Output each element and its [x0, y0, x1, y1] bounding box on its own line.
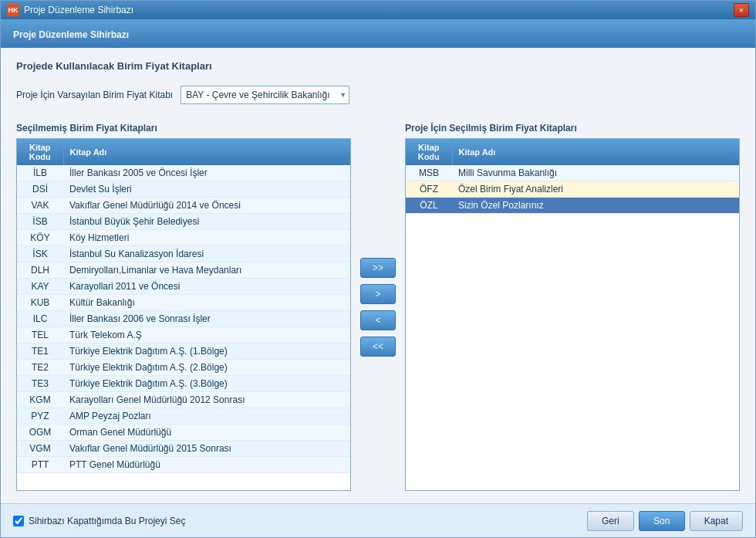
row-code: VGM — [17, 441, 63, 457]
table-row[interactable]: MSBMilli Savunma Bakanlığı — [406, 165, 739, 181]
row-name: Türk Telekom A.Ş — [63, 327, 350, 343]
row-name: Kültür Bakanlığı — [63, 295, 350, 311]
default-book-select[interactable]: BAY - Çevre ve Şehircilik Bakanlığı MSB … — [181, 86, 349, 104]
section-title: Projede Kullanılacak Birim Fiyat Kitapla… — [16, 60, 740, 72]
default-book-select-wrapper[interactable]: BAY - Çevre ve Şehircilik Bakanlığı MSB … — [181, 86, 349, 104]
transfer-buttons: >> > < << — [351, 123, 405, 491]
table-row[interactable]: TELTürk Telekom A.Ş — [17, 327, 350, 343]
row-code: İLB — [17, 165, 63, 181]
row-code: OGM — [17, 425, 63, 441]
close-button[interactable]: × — [734, 3, 749, 17]
row-name: İstanbul Su Kanalizasyon İdaresi — [63, 246, 350, 262]
left-col-name-header: Kitap Adı — [63, 139, 350, 165]
remove-one-button[interactable]: < — [360, 310, 396, 330]
table-row[interactable]: İSKİstanbul Su Kanalizasyon İdaresi — [17, 246, 350, 262]
window-header: Proje Düzenleme Sihirbazı — [1, 19, 755, 48]
add-one-button[interactable]: > — [360, 284, 396, 304]
lists-row: Seçilmemiş Birim Fiyat Kitapları Kitap K… — [16, 123, 740, 491]
footer-checkbox[interactable] — [13, 516, 24, 526]
content-area: Projede Kullanılacak Birim Fiyat Kitapla… — [1, 48, 755, 503]
table-row[interactable]: İSBİstanbul Büyük Şehir Belediyesi — [17, 214, 350, 230]
default-book-label: Proje İçin Varsayılan Birim Fiyat Kitabı — [16, 90, 173, 100]
table-row[interactable]: KÖYKöy Hizmetleri — [17, 230, 350, 246]
table-row[interactable]: KUBKültür Bakanlığı — [17, 295, 350, 311]
add-all-button[interactable]: >> — [360, 258, 396, 278]
row-code: PYZ — [17, 408, 63, 425]
table-row[interactable]: OGMOrman Genel Müdürlüğü — [17, 425, 350, 441]
main-window: HK Proje Düzenleme Sihirbazı × Proje Düz… — [0, 0, 756, 538]
row-name: İller Bankası 2006 ve Sonrası İşler — [63, 311, 350, 327]
left-table-container[interactable]: Kitap Kodu Kitap Adı İLBİller Bankası 20… — [16, 138, 351, 491]
title-bar: HK Proje Düzenleme Sihirbazı × — [1, 1, 755, 19]
row-code: KÖY — [17, 230, 63, 246]
footer-left: Sihirbazı Kapattığımda Bu Projeyi Seç — [13, 516, 185, 526]
table-row[interactable]: TE1Türkiye Elektrik Dağıtım A.Ş. (1.Bölg… — [17, 343, 350, 360]
table-row[interactable]: KAYKarayollari 2011 ve Öncesi — [17, 279, 350, 295]
table-row[interactable]: ÖZLSizin Özel Pozlarınız — [406, 198, 739, 214]
table-row[interactable]: TE3Türkiye Elektrik Dağıtım A.Ş. (3.Bölg… — [17, 376, 350, 392]
row-code: TE1 — [17, 343, 63, 360]
title-bar-left: HK Proje Düzenleme Sihirbazı — [7, 4, 133, 16]
table-row[interactable]: VGMVakıflar Genel Müdürlüğü 2015 Sonrası — [17, 441, 350, 457]
table-row[interactable]: PTTPTT Genel Müdürlüğü — [17, 457, 350, 473]
row-name: PTT Genel Müdürlüğü — [63, 457, 350, 473]
row-name: İller Bankası 2005 ve Öncesi İşler — [63, 165, 350, 181]
right-table-container[interactable]: Kitap Kodu Kitap Adı MSBMilli Savunma Ba… — [405, 138, 740, 491]
close-dialog-button[interactable]: Kapat — [690, 511, 743, 531]
row-name: Orman Genel Müdürlüğü — [63, 425, 350, 441]
row-name: Köy Hizmetleri — [63, 230, 350, 246]
table-row[interactable]: KGMKarayolları Genel Müdürlüğü 2012 Sonr… — [17, 392, 350, 408]
row-name: Sizin Özel Pozlarınız — [452, 198, 739, 214]
table-row[interactable]: DSİDevlet Su İşleri — [17, 181, 350, 198]
back-button[interactable]: Geri — [587, 511, 634, 531]
right-table: Kitap Kodu Kitap Adı MSBMilli Savunma Ba… — [406, 139, 739, 214]
row-code: KUB — [17, 295, 63, 311]
row-name: Devlet Su İşleri — [63, 181, 350, 198]
table-row[interactable]: ÖFZÖzel Birim Fiyat Analizleri — [406, 181, 739, 198]
table-row[interactable]: DLHDemiryolları,Limanlar ve Hava Meydanl… — [17, 262, 350, 279]
row-name: Milli Savunma Bakanlığı — [452, 165, 739, 181]
left-table: Kitap Kodu Kitap Adı İLBİller Bankası 20… — [17, 139, 350, 473]
right-table-body: MSBMilli Savunma BakanlığıÖFZÖzel Birim … — [406, 165, 739, 214]
table-row[interactable]: İLBİller Bankası 2005 ve Öncesi İşler — [17, 165, 350, 181]
app-icon: HK — [7, 4, 19, 16]
row-name: Vakıflar Genel Müdürlüğü 2015 Sonrası — [63, 441, 350, 457]
next-button[interactable]: Son — [639, 511, 685, 531]
remove-all-button[interactable]: << — [360, 337, 396, 357]
row-code: ÖFZ — [406, 181, 452, 198]
row-code: TE2 — [17, 360, 63, 376]
footer-right: Geri Son Kapat — [587, 511, 743, 531]
default-book-row: Proje İçin Varsayılan Birim Fiyat Kitabı… — [16, 81, 740, 109]
row-name: Özel Birim Fiyat Analizleri — [452, 181, 739, 198]
row-code: ÖZL — [406, 198, 452, 214]
left-table-body: İLBİller Bankası 2005 ve Öncesi İşlerDSİ… — [17, 165, 350, 473]
right-list-title: Proje İçin Seçilmiş Birim Fiyat Kitaplar… — [405, 123, 740, 134]
table-row[interactable]: ILCİller Bankası 2006 ve Sonrası İşler — [17, 311, 350, 327]
row-name: Türkiye Elektrik Dağıtım A.Ş. (3.Bölge) — [63, 376, 350, 392]
row-name: Türkiye Elektrik Dağıtım A.Ş. (1.Bölge) — [63, 343, 350, 360]
left-col-code-header: Kitap Kodu — [17, 139, 63, 165]
row-code: ILC — [17, 311, 63, 327]
left-list-title: Seçilmemiş Birim Fiyat Kitapları — [16, 123, 351, 134]
row-code: İSB — [17, 214, 63, 230]
right-col-code-header: Kitap Kodu — [406, 139, 452, 165]
right-col-name-header: Kitap Adı — [452, 139, 739, 165]
row-name: Karayolları Genel Müdürlüğü 2012 Sonrası — [63, 392, 350, 408]
row-name: Demiryolları,Limanlar ve Hava Meydanları — [63, 262, 350, 279]
footer-checkbox-label: Sihirbazı Kapattığımda Bu Projeyi Seç — [29, 516, 185, 526]
row-code: TE3 — [17, 376, 63, 392]
table-row[interactable]: VAKVakıflar Genel Müdürlüğü 2014 ve Önce… — [17, 198, 350, 214]
row-name: Vakıflar Genel Müdürlüğü 2014 ve Öncesi — [63, 198, 350, 214]
table-row[interactable]: TE2Türkiye Elektrik Dağıtım A.Ş. (2.Bölg… — [17, 360, 350, 376]
row-name: Karayollari 2011 ve Öncesi — [63, 279, 350, 295]
table-row[interactable]: PYZAMP Peyzaj Pozları — [17, 408, 350, 425]
row-code: DSİ — [17, 181, 63, 198]
row-name: Türkiye Elektrik Dağıtım A.Ş. (2.Bölge) — [63, 360, 350, 376]
footer: Sihirbazı Kapattığımda Bu Projeyi Seç Ge… — [1, 503, 755, 537]
row-code: PTT — [17, 457, 63, 473]
row-code: MSB — [406, 165, 452, 181]
left-list-section: Seçilmemiş Birim Fiyat Kitapları Kitap K… — [16, 123, 351, 491]
row-code: KGM — [17, 392, 63, 408]
title-bar-title: Proje Düzenleme Sihirbazı — [24, 5, 133, 15]
window-title: Proje Düzenleme Sihirbazı — [13, 29, 129, 40]
